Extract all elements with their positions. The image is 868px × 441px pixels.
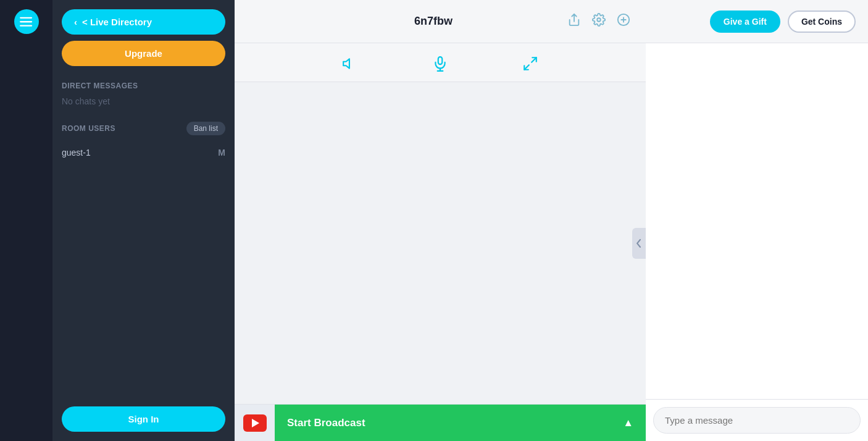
room-users-label: ROOM USERS (62, 124, 115, 133)
video-area (235, 43, 646, 404)
share-icon[interactable] (567, 13, 581, 30)
back-chevron-icon: ‹ (74, 17, 77, 27)
menu-button[interactable] (14, 9, 39, 34)
svg-line-13 (524, 65, 529, 70)
live-directory-button[interactable]: ‹ < Live Directory (62, 9, 225, 35)
svg-rect-2 (20, 25, 32, 27)
start-broadcast-button[interactable]: Start Broadcast ▲ (275, 405, 646, 442)
live-directory-label: < Live Directory (82, 17, 152, 27)
youtube-button[interactable] (235, 405, 275, 442)
broadcast-bar: Start Broadcast ▲ (235, 404, 646, 441)
svg-rect-0 (20, 17, 32, 19)
video-content (235, 82, 646, 404)
header-icons (567, 13, 630, 30)
direct-messages-label: DIRECT MESSAGES (62, 82, 225, 90)
svg-marker-8 (343, 59, 349, 68)
user-name: guest-1 (62, 148, 91, 158)
ban-list-button[interactable]: Ban list (186, 122, 225, 135)
left-panel: ‹ < Live Directory Upgrade DIRECT MESSAG… (52, 0, 235, 441)
chat-input[interactable] (653, 407, 861, 434)
chat-messages-area (646, 43, 868, 399)
youtube-icon (243, 414, 267, 432)
upgrade-button[interactable]: Upgrade (62, 41, 225, 66)
volume-icon[interactable] (342, 56, 358, 75)
broadcast-label: Start Broadcast (287, 417, 365, 429)
menu-icon (20, 15, 33, 28)
chat-panel: Give a Gift Get Coins (646, 0, 868, 441)
broadcast-chevron-icon: ▲ (623, 417, 633, 429)
room-title: 6n7fbw (414, 15, 453, 28)
no-chats-text: No chats yet (62, 96, 225, 106)
sidebar (0, 0, 52, 441)
svg-rect-1 (20, 21, 32, 22)
settings-icon[interactable] (592, 13, 606, 30)
add-icon[interactable] (617, 13, 630, 30)
sign-in-button[interactable]: Sign In (62, 406, 225, 432)
chat-input-area (646, 399, 868, 441)
microphone-icon[interactable] (432, 56, 448, 75)
svg-line-12 (532, 57, 536, 62)
get-coins-button[interactable]: Get Coins (788, 10, 856, 33)
main-header: 6n7fbw (235, 0, 646, 43)
table-row: guest-1 M (62, 145, 225, 161)
collapse-handle[interactable] (632, 228, 646, 259)
give-gift-button[interactable]: Give a Gift (710, 10, 780, 33)
room-users-header: ROOM USERS Ban list (62, 122, 225, 135)
video-controls (235, 43, 646, 82)
mod-icon: M (218, 148, 225, 158)
svg-rect-9 (438, 57, 443, 64)
fullscreen-icon[interactable] (522, 56, 538, 75)
main-content: 6n7fbw (235, 0, 646, 441)
svg-point-4 (597, 18, 601, 22)
chat-header: Give a Gift Get Coins (646, 0, 868, 43)
